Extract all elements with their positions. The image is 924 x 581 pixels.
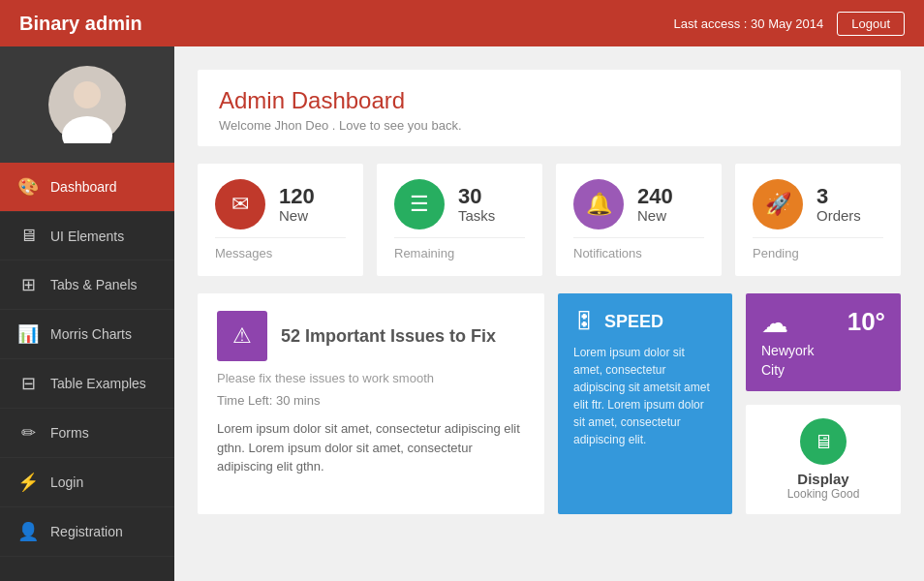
display-card: 🖥 Display Looking Good bbox=[746, 405, 901, 514]
tabs-panels-icon: ⊞ bbox=[17, 274, 39, 295]
sidebar-label-dashboard: Dashboard bbox=[50, 179, 117, 195]
display-label: Display bbox=[797, 471, 848, 487]
weather-city2: City bbox=[761, 362, 885, 378]
orders-nums: 3 Orders bbox=[816, 186, 861, 224]
header-right: Last access : 30 May 2014 Logout bbox=[674, 12, 905, 36]
sidebar-item-morris-charts[interactable]: 📊 Morris Charts bbox=[0, 310, 174, 359]
notifications-count: 240 bbox=[637, 186, 673, 207]
tasks-count: 30 bbox=[458, 186, 495, 207]
orders-count: 3 bbox=[816, 186, 861, 207]
sidebar-label-registration: Registration bbox=[50, 524, 123, 539]
alert-title: 52 Important Issues to Fix bbox=[281, 326, 496, 347]
sidebar-label-login: Login bbox=[50, 474, 83, 490]
sidebar-label-forms: Forms bbox=[50, 425, 89, 441]
morris-charts-icon: 📊 bbox=[17, 323, 39, 345]
time-left: Time Left: 30 mins bbox=[217, 393, 525, 408]
alert-subtitle: Please fix these issues to work smooth bbox=[217, 371, 525, 385]
messages-nums: 120 New bbox=[279, 186, 315, 224]
avatar bbox=[48, 66, 126, 143]
alert-body: Lorem ipsum dolor sit amet, consectetur … bbox=[217, 419, 525, 476]
stats-row: ✉ 120 New Messages ☰ 30 Tasks Remaining bbox=[198, 164, 901, 276]
speed-header: 🎛 SPEED bbox=[573, 309, 717, 334]
speed-card: 🎛 SPEED Lorem ipsum dolor sit amet, cons… bbox=[558, 293, 732, 514]
app-header: Binary admin Last access : 30 May 2014 L… bbox=[0, 0, 924, 46]
speed-body: Lorem ipsum dolor sit amet, consectetur … bbox=[573, 344, 717, 448]
last-access-text: Last access : 30 May 2014 bbox=[674, 16, 824, 31]
right-mini-cards: ☁ 10° Newyork City 🖥 Display Looking Goo… bbox=[746, 293, 901, 514]
orders-label-bottom: Pending bbox=[753, 237, 883, 260]
display-icon: 🖥 bbox=[800, 418, 847, 465]
notifications-label-bottom: Notifications bbox=[573, 237, 704, 260]
tasks-icon: ☰ bbox=[394, 179, 445, 229]
alert-top: ⚠ 52 Important Issues to Fix bbox=[217, 311, 525, 361]
logout-button[interactable]: Logout bbox=[837, 12, 905, 36]
forms-icon: ✏ bbox=[17, 422, 39, 443]
sidebar-item-login[interactable]: ⚡ Login bbox=[0, 458, 174, 507]
brand-title: Binary admin bbox=[19, 13, 142, 35]
ui-elements-icon: 🖥 bbox=[17, 226, 39, 246]
stat-card-messages[interactable]: ✉ 120 New Messages bbox=[198, 164, 363, 276]
sidebar-item-ui-elements[interactable]: 🖥 UI Elements bbox=[0, 212, 174, 260]
sidebar-label-morris-charts: Morris Charts bbox=[50, 326, 132, 342]
alert-card: ⚠ 52 Important Issues to Fix Please fix … bbox=[198, 293, 544, 514]
messages-label-top: New bbox=[279, 207, 315, 224]
login-icon: ⚡ bbox=[17, 472, 39, 493]
tasks-label-bottom: Remaining bbox=[394, 237, 525, 260]
display-sub: Looking Good bbox=[787, 487, 860, 501]
sidebar-label-ui-elements: UI Elements bbox=[50, 229, 124, 244]
notifications-label-top: New bbox=[637, 207, 673, 224]
tasks-nums: 30 Tasks bbox=[458, 186, 495, 224]
page-header: Admin Dashboard Welcome Jhon Deo . Love … bbox=[198, 70, 901, 146]
stat-card-orders[interactable]: 🚀 3 Orders Pending bbox=[735, 164, 901, 276]
messages-icon: ✉ bbox=[215, 179, 265, 229]
stat-card-notifications[interactable]: 🔔 240 New Notifications bbox=[556, 164, 722, 276]
avatar-svg bbox=[48, 66, 126, 143]
main-layout: 🎨 Dashboard 🖥 UI Elements ⊞ Tabs & Panel… bbox=[0, 46, 924, 581]
bottom-row: ⚠ 52 Important Issues to Fix Please fix … bbox=[198, 293, 901, 514]
sidebar-item-registration[interactable]: 👤 Registration bbox=[0, 507, 174, 557]
sidebar-label-table-examples: Table Examples bbox=[50, 376, 146, 391]
speed-title: SPEED bbox=[604, 312, 663, 332]
main-content: Admin Dashboard Welcome Jhon Deo . Love … bbox=[174, 46, 924, 581]
speed-icon: 🎛 bbox=[573, 309, 595, 334]
messages-count: 120 bbox=[279, 186, 315, 207]
notifications-nums: 240 New bbox=[637, 186, 673, 224]
weather-card: ☁ 10° Newyork City bbox=[746, 293, 901, 391]
weather-city1: Newyork bbox=[761, 343, 885, 358]
sidebar-item-tabs-panels[interactable]: ⊞ Tabs & Panels bbox=[0, 260, 174, 310]
sidebar: 🎨 Dashboard 🖥 UI Elements ⊞ Tabs & Panel… bbox=[0, 46, 174, 581]
sidebar-item-table-examples[interactable]: ⊟ Table Examples bbox=[0, 359, 174, 409]
dashboard-icon: 🎨 bbox=[17, 176, 39, 198]
table-examples-icon: ⊟ bbox=[17, 373, 39, 394]
svg-point-1 bbox=[74, 81, 101, 108]
sidebar-item-forms[interactable]: ✏ Forms bbox=[0, 409, 174, 458]
orders-label-top: Orders bbox=[816, 207, 861, 224]
alert-icon: ⚠ bbox=[217, 311, 267, 361]
weather-top: ☁ 10° bbox=[761, 307, 885, 339]
orders-icon: 🚀 bbox=[753, 179, 803, 229]
weather-temp: 10° bbox=[847, 307, 885, 337]
page-title: Admin Dashboard bbox=[219, 87, 879, 114]
stat-card-tasks[interactable]: ☰ 30 Tasks Remaining bbox=[377, 164, 542, 276]
sidebar-label-tabs-panels: Tabs & Panels bbox=[50, 277, 138, 292]
page-subtitle: Welcome Jhon Deo . Love to see you back. bbox=[219, 118, 879, 133]
notifications-icon: 🔔 bbox=[573, 179, 624, 229]
sidebar-item-dashboard[interactable]: 🎨 Dashboard bbox=[0, 163, 174, 212]
tasks-label-top: Tasks bbox=[458, 207, 495, 224]
registration-icon: 👤 bbox=[17, 521, 39, 542]
weather-icon: ☁ bbox=[761, 307, 788, 339]
messages-label-bottom: Messages bbox=[215, 237, 346, 260]
avatar-area bbox=[0, 46, 174, 163]
